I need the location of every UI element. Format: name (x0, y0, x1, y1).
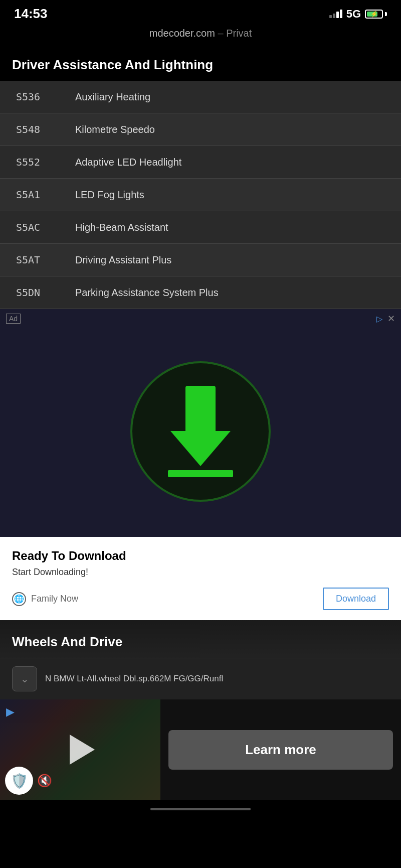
status-time: 14:53 (14, 6, 48, 22)
ad-visual (0, 326, 401, 537)
ad-source: 🌐 Family Now (12, 592, 78, 606)
home-indicator (0, 800, 401, 818)
table-row[interactable]: S5A1 LED Fog Lights (0, 179, 401, 211)
ad-source-name: Family Now (31, 594, 78, 604)
feature-name: Parking Assistance System Plus (65, 277, 229, 309)
table-row[interactable]: S552 Adaptive LED Headlight (0, 146, 401, 179)
feature-name: Kilometre Speedo (65, 114, 165, 146)
network-label: 5G (346, 8, 361, 21)
status-bar: 14:53 5G ⚡ (0, 0, 401, 26)
arrow-head (170, 431, 231, 466)
bottom-ad-bar[interactable]: ▶ 🛡️ 🔇 Learn more (0, 699, 401, 800)
feature-table: S536 Auxiliary Heating S548 Kilometre Sp… (0, 81, 401, 309)
feature-code: S5AC (0, 211, 65, 243)
signal-bar-4 (340, 10, 342, 18)
table-row[interactable]: S536 Auxiliary Heating (0, 81, 401, 113)
ad-label-row: Ad ▷ ✕ (0, 309, 401, 326)
arrow-body (185, 386, 216, 431)
status-right-icons: 5G ⚡ (329, 8, 387, 21)
learn-more-button[interactable]: Learn more (168, 730, 393, 770)
bottom-row[interactable]: ⌄ N BMW Lt-All.wheel Dbl.sp.662M FG/GG/R… (0, 658, 401, 699)
signal-bar-1 (329, 15, 332, 18)
arrow-line (168, 470, 233, 477)
battery-bolt-icon: ⚡ (370, 11, 378, 18)
ad-info-icon[interactable]: ▷ (376, 314, 382, 324)
video-controls[interactable]: 🛡️ 🔇 (5, 767, 52, 795)
feature-code: S5AT (0, 244, 65, 276)
ad-play-icon: ▶ (6, 705, 15, 718)
download-arrow-icon (168, 386, 233, 477)
shield-button[interactable]: 🛡️ (5, 767, 33, 795)
chevron-down-icon[interactable]: ⌄ (12, 666, 37, 691)
url-domain: mdecoder.com (149, 28, 215, 39)
feature-name: Auxiliary Heating (65, 81, 160, 113)
ad-bottom-row: 🌐 Family Now Download (12, 588, 389, 610)
feature-code: S5A1 (0, 179, 65, 211)
feature-code: S552 (0, 146, 65, 178)
url-bar[interactable]: mdecoder.com – Privat (0, 26, 401, 45)
wheels-section: Wheels And Drive (0, 620, 401, 658)
shield-icon: 🛡️ (11, 773, 28, 789)
video-thumbnail[interactable]: ▶ 🛡️ 🔇 (0, 699, 160, 800)
battery-body: ⚡ (365, 10, 383, 19)
table-row[interactable]: S548 Kilometre Speedo (0, 113, 401, 146)
driver-section-heading: Driver Assistance And Lightning (0, 45, 401, 81)
wheels-heading: Wheels And Drive (12, 634, 389, 650)
learn-more-section[interactable]: Learn more (160, 699, 401, 800)
mute-icon[interactable]: 🔇 (37, 774, 52, 788)
ad-info: Ready To Download Start Downloading! 🌐 F… (0, 537, 401, 620)
feature-code: S548 (0, 113, 65, 146)
feature-name: Driving Assistant Plus (65, 244, 181, 276)
ad-subtitle: Start Downloading! (12, 567, 389, 577)
home-bar (150, 808, 251, 810)
battery-tip (385, 12, 387, 16)
table-row[interactable]: S5DN Parking Assistance System Plus (0, 276, 401, 309)
ad-label: Ad (6, 314, 21, 324)
feature-name: Adaptive LED Headlight (65, 147, 191, 178)
ad-title: Ready To Download (12, 549, 389, 563)
feature-code: S536 (0, 81, 65, 113)
ad-close-icon[interactable]: ✕ (387, 313, 395, 324)
signal-bars (329, 10, 342, 18)
bottom-row-text: N BMW Lt-All.wheel Dbl.sp.662M FG/GG/Run… (45, 674, 223, 684)
battery-indicator: ⚡ (365, 10, 387, 19)
url-separator: – (215, 28, 226, 39)
signal-bar-2 (333, 14, 335, 18)
table-row[interactable]: S5AC High-Beam Assistant (0, 211, 401, 244)
ad-container[interactable]: Ad ▷ ✕ Ready To Download Start Downloadi… (0, 309, 401, 620)
ad-download-button[interactable]: Download (323, 588, 389, 610)
feature-name: LED Fog Lights (65, 179, 154, 211)
download-circle (130, 361, 271, 502)
play-triangle-icon (70, 735, 95, 765)
signal-bar-3 (336, 12, 339, 18)
globe-icon: 🌐 (12, 592, 26, 606)
ad-controls[interactable]: ▷ ✕ (376, 313, 395, 324)
feature-code: S5DN (0, 276, 65, 309)
table-row[interactable]: S5AT Driving Assistant Plus (0, 244, 401, 276)
feature-name: High-Beam Assistant (65, 212, 178, 243)
url-mode: Privat (226, 28, 252, 39)
